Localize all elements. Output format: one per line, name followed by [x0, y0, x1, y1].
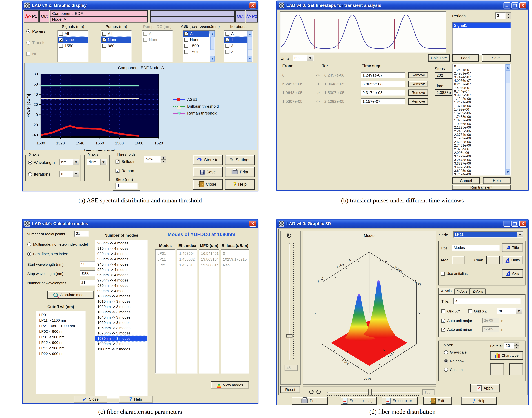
titlebar-c[interactable]: LAD v4.0: Calculate modes X: [23, 220, 258, 228]
timestep-item[interactable]: 1.2491e-07: [453, 68, 504, 72]
powers-radio[interactable]: Powers: [26, 29, 46, 34]
mode-count-item[interactable]: 1050nm -> 3 modes: [95, 320, 147, 325]
mode-count-item[interactable]: 950nm -> 4 modes: [95, 267, 147, 272]
mode-count-item[interactable]: 910nm -> 4 modes: [95, 246, 147, 251]
tab-y-axis[interactable]: Y-Axis: [454, 288, 470, 294]
close-button[interactable]: ✔Close: [74, 396, 107, 403]
mode-count-item[interactable]: 1090nm -> 2 modes: [95, 341, 147, 347]
levels-value[interactable]: 10: [504, 343, 514, 349]
mode-count-item[interactable]: 1010nm -> 3 modes: [95, 299, 147, 304]
minimize-icon[interactable]: [504, 221, 510, 227]
timestep-list[interactable]: 01.2491e-072.4983e-073.7474e-074.9966e-0…: [452, 64, 511, 176]
exit-button[interactable]: Exit: [423, 397, 452, 405]
timestep-item[interactable]: 1.6239e-06: [453, 111, 504, 115]
remove-button[interactable]: Remove: [408, 98, 428, 104]
mode-count-item[interactable]: 1020nm -> 3 modes: [95, 304, 147, 309]
chevron-down-icon[interactable]: ▼: [73, 171, 79, 177]
list-item[interactable]: All: [225, 31, 247, 37]
timestep-item[interactable]: 3.1229e-06: [453, 154, 504, 158]
multimode-radio[interactable]: Multimode, non-step index model: [27, 242, 88, 246]
help-button[interactable]: ?Help: [225, 179, 255, 190]
azimuth-slider-track[interactable]: [327, 392, 420, 393]
apply-button[interactable]: Apply: [470, 384, 499, 393]
chevron-down-icon[interactable]: ▼: [516, 308, 522, 314]
titlebar-d[interactable]: LAD v4.0: Graphic 3D X: [277, 220, 528, 228]
timestep-item[interactable]: 3.3727e-06: [453, 162, 504, 165]
transfer-radio[interactable]: Transfer: [26, 40, 47, 45]
help-button[interactable]: Help: [483, 177, 510, 184]
area-color-box[interactable]: [452, 256, 465, 264]
timestep-item[interactable]: 3.7474e-07: [453, 75, 504, 79]
radial-points-input[interactable]: 21: [74, 231, 89, 237]
timestep-item[interactable]: 1.9986e-06: [453, 122, 504, 126]
timestep-input[interactable]: 9.3174e-08: [361, 90, 405, 96]
spin-up-icon[interactable]: ▲: [514, 343, 519, 346]
auto-unit-major-checkbox[interactable]: Auto unit major: [441, 319, 472, 323]
list-item[interactable]: 1: [225, 37, 247, 43]
calculate-modes-button[interactable]: Calculate modes: [47, 291, 94, 299]
azimuth-slider-thumb[interactable]: [368, 389, 372, 395]
antialias-checkbox[interactable]: Use antialias: [441, 272, 468, 276]
timestep-item[interactable]: 3.7474e-06: [453, 173, 504, 176]
list-item[interactable]: None: [101, 37, 131, 43]
cutoff-item[interactable]: LP21 1080 - 1090 nm: [36, 323, 85, 329]
cancel-button[interactable]: Cancel: [452, 177, 480, 184]
save-button[interactable]: Save: [193, 167, 223, 177]
calculate-button[interactable]: Calculate: [428, 54, 450, 62]
run-transient-button[interactable]: Run transient: [452, 185, 510, 190]
timestep-item[interactable]: 4.9966e-07: [453, 79, 504, 82]
cutoff-item[interactable]: LP01 -: [36, 312, 85, 318]
remove-button[interactable]: Remove: [408, 72, 428, 78]
close-icon[interactable]: X: [520, 221, 526, 227]
list-item[interactable]: 1500: [183, 43, 209, 49]
serie-dropdown[interactable]: LP11▼: [453, 232, 523, 238]
scroll-down-icon[interactable]: ▼: [248, 56, 252, 61]
elevation-slider-thumb[interactable]: [286, 334, 293, 337]
minimize-icon[interactable]: [504, 2, 510, 9]
chevron-down-icon[interactable]: ▼: [307, 55, 313, 61]
titlebar-a[interactable]: LAD vX.x: Graphic display X: [23, 1, 258, 10]
help-button[interactable]: ?Help: [461, 397, 497, 405]
cutoff-item[interactable]: LP12 < 900 nm: [36, 340, 85, 346]
scroll-down-icon[interactable]: ▼: [210, 56, 215, 61]
print-button[interactable]: Print: [225, 167, 255, 177]
timestep-item[interactable]: 2.6232e-06: [453, 140, 504, 144]
timestep-input[interactable]: 1.2491e-07: [361, 72, 405, 78]
maximize-icon[interactable]: [511, 221, 518, 227]
export-image-button[interactable]: Export to image: [341, 397, 377, 405]
reset-button[interactable]: Reset: [280, 386, 300, 393]
spin-up-icon[interactable]: ▲: [161, 156, 166, 159]
grid-xz-checkbox[interactable]: Grid XZ: [468, 309, 487, 314]
timestep-item[interactable]: 1.3741e-06: [453, 104, 504, 108]
list-item[interactable]: All: [58, 31, 88, 37]
out-right[interactable]: Out: [235, 10, 245, 23]
timestep-item[interactable]: 3.6225e-06: [453, 169, 504, 173]
scrollbar[interactable]: ▲▼: [247, 31, 252, 62]
elevation-slider-track[interactable]: [289, 243, 290, 360]
levels-spinner[interactable]: 10 ▲▼: [504, 343, 519, 349]
iterations-unit-dropdown[interactable]: m▼: [59, 171, 79, 177]
timestep-input[interactable]: 8.8055e-08: [361, 81, 405, 87]
raman-checkbox[interactable]: Raman: [116, 169, 134, 173]
list-item[interactable]: 980: [101, 43, 131, 49]
component-box[interactable]: Component: EDF Node: A: [50, 10, 148, 23]
custom-color-box-2[interactable]: [509, 363, 523, 375]
view-modes-button[interactable]: View modes: [211, 381, 249, 389]
iterations-radio[interactable]: Iterations: [28, 172, 50, 176]
spin-down-icon[interactable]: ▼: [161, 159, 166, 163]
axis-unit-dropdown[interactable]: m▼: [497, 308, 522, 314]
mode-count-item[interactable]: 900nm -> 4 modes: [95, 241, 147, 246]
title-input[interactable]: Modes: [452, 245, 500, 251]
signal-item[interactable]: Signal1: [452, 23, 510, 28]
cutoff-item[interactable]: LP11 > 1100 nm: [36, 318, 85, 323]
cutoff-item[interactable]: LP02 < 900 nm: [36, 329, 85, 334]
tab-z-axis[interactable]: Z-Axis: [470, 288, 485, 294]
chart-color-box[interactable]: [486, 256, 500, 264]
scroll-down-icon[interactable]: ▼: [506, 169, 510, 175]
scroll-up-icon[interactable]: ▲: [506, 64, 510, 70]
timestep-item[interactable]: 6.2457e-07: [453, 82, 504, 86]
timestep-item[interactable]: 1.7488e-06: [453, 115, 504, 118]
bent-fiber-radio[interactable]: Bent fiber, step index: [27, 252, 68, 256]
p2-port[interactable]: P2: [246, 10, 258, 23]
signals-list[interactable]: AllNone1550: [58, 30, 88, 62]
